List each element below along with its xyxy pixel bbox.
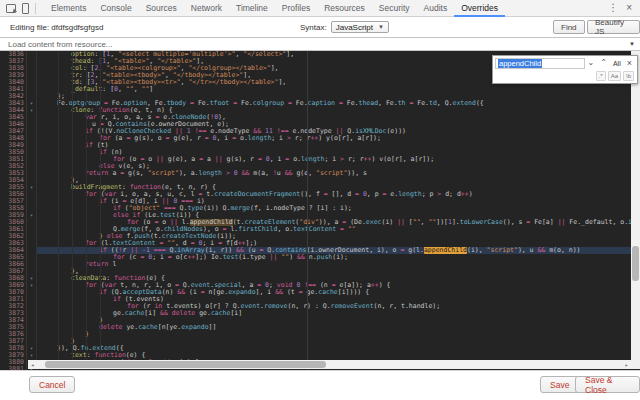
- code-line-3861[interactable]: 3861Q.merge(f, o.childNodes), o = l.firs…: [0, 226, 640, 233]
- syntax-label: Syntax:: [300, 23, 327, 32]
- code-line-3871[interactable]: 3871if (t.events): [0, 296, 640, 303]
- horizontal-scrollbar[interactable]: ◂ ▸: [28, 360, 631, 369]
- code-line-3852[interactable]: 3852else v(e, s);: [0, 163, 640, 170]
- fold-gutter: [27, 121, 37, 128]
- fold-gutter: [27, 261, 37, 268]
- code-line-3859[interactable]: 3859▾else if (Le.test(i)) {: [0, 212, 640, 219]
- scroll-left-arrow-icon[interactable]: ◂: [28, 360, 37, 369]
- code-line-3845[interactable]: 3845var r, i, o, a, s = e.cloneNode(!0),: [0, 114, 640, 121]
- code-line-3843[interactable]: 3843▾Fe.optgroup = Fe.option, Fe.tbody =…: [0, 100, 640, 107]
- search-all-button[interactable]: All: [610, 60, 624, 67]
- match-case-toggle[interactable]: Aa: [608, 71, 621, 81]
- fold-marker-icon[interactable]: ▾: [27, 345, 37, 352]
- code-line-3846[interactable]: 3846u = Q.contains(e.ownerDocument, e);: [0, 121, 640, 128]
- fold-marker-icon[interactable]: ▾: [27, 275, 37, 282]
- fold-gutter: [27, 142, 37, 149]
- load-resource-select[interactable]: Load content from resource... ▼: [0, 37, 640, 51]
- footer-bar: Cancel Save Save & Close: [0, 370, 640, 400]
- fold-marker-icon[interactable]: ▾: [27, 100, 37, 107]
- horizontal-scrollbar-thumb[interactable]: [45, 361, 326, 368]
- code-line-3856[interactable]: 3856for (var i, o, a, s, u, c, l = t.cre…: [0, 191, 640, 198]
- code-line-3870[interactable]: 3870if (Q.acceptData(n) && (i = n[ge.exp…: [0, 289, 640, 296]
- search-input[interactable]: appendChild: [495, 58, 585, 69]
- search-next-icon[interactable]: ⌄: [585, 57, 598, 69]
- code-line-3863[interactable]: 3863for (l.textContent = "", d = 0; i = …: [0, 240, 640, 247]
- code-line-3855[interactable]: 3855▾buildFragment: function(e, t, n, r)…: [0, 184, 640, 191]
- vertical-scrollbar[interactable]: [631, 51, 640, 360]
- code-line-3849[interactable]: 3849if (t): [0, 142, 640, 149]
- code-line-3857[interactable]: 3857if (i = e[d], i || 0 === i): [0, 198, 640, 205]
- fold-marker-icon[interactable]: ▾: [27, 282, 37, 289]
- search-previous-icon[interactable]: ⌃: [597, 57, 610, 69]
- code-line-3841[interactable]: 3841_default: [0, "", ""]: [0, 86, 640, 93]
- fold-gutter: [27, 254, 37, 261]
- code-line-3865[interactable]: 3865for (c = 0; i = o[c++];) Ie.test(i.t…: [0, 254, 640, 261]
- code-line-3858[interactable]: 3858if ("object" === Q.type(i)) Q.merge(…: [0, 205, 640, 212]
- code-line-3864[interactable]: 3864if ((!r || -1 === Q.inArray(i, r)) &…: [0, 247, 640, 254]
- fold-marker-icon[interactable]: ▾: [27, 352, 37, 359]
- code-line-3868[interactable]: 3868▾cleanData: function(e) {: [0, 275, 640, 282]
- code-line-3878[interactable]: 3878▾}), Q.fn.extend({: [0, 345, 640, 352]
- code-line-3872[interactable]: 3872for (r in t.events) o[r] ? Q.event.r…: [0, 303, 640, 310]
- code-line-3879[interactable]: 3879▾text: function(e) {: [0, 352, 640, 359]
- code-line-3867[interactable]: 3867},: [0, 268, 640, 275]
- code-line-3873[interactable]: 3873ge.cache[i] && delete ge.cache[i]: [0, 310, 640, 317]
- syntax-select[interactable]: JavaScript ▼: [331, 21, 389, 33]
- tab-elements[interactable]: Elements: [44, 0, 93, 17]
- fold-gutter: [27, 135, 37, 142]
- tab-audits[interactable]: Audits: [417, 0, 455, 17]
- fold-marker-icon[interactable]: ▾: [27, 184, 37, 191]
- code-line-3847[interactable]: 3847if (!(V.noCloneChecked || 1 !== e.no…: [0, 128, 640, 135]
- code-line-3869[interactable]: 3869▾for (var t, n, r, i, o = Q.event.sp…: [0, 282, 640, 289]
- code-line-3848[interactable]: 3848for (a = g(s), o = g(e), r = 0, i = …: [0, 135, 640, 142]
- code-line-3851[interactable]: 3851for (o = o || g(e), a = a || g(s), r…: [0, 156, 640, 163]
- tab-network[interactable]: Network: [184, 0, 229, 17]
- tab-resources[interactable]: Resources: [317, 0, 372, 17]
- tab-security[interactable]: Security: [372, 0, 417, 17]
- fold-gutter: [27, 233, 37, 240]
- horizontal-scrollbar-track[interactable]: [37, 360, 622, 369]
- fold-marker-icon[interactable]: ▾: [27, 212, 37, 219]
- code-line-3875[interactable]: 3875delete ye.cache[n[ye.expando]]: [0, 324, 640, 331]
- code-text: for (a = g(s), o = g(e), r = 0, i = o.le…: [37, 135, 640, 142]
- code-line-3877[interactable]: 3877}: [0, 338, 640, 345]
- code-line-3866[interactable]: 3866return l: [0, 261, 640, 268]
- scroll-right-arrow-icon[interactable]: ▸: [622, 360, 631, 369]
- code-line-3844[interactable]: 3844▾clone: function(e, t, n) {: [0, 107, 640, 114]
- fold-marker-icon[interactable]: ▾: [27, 107, 37, 114]
- search-close-icon[interactable]: ×: [624, 58, 635, 68]
- beautify-js-button[interactable]: Beautify JS: [587, 20, 640, 34]
- save-button[interactable]: Save: [540, 376, 579, 393]
- code-text: text: function(e) {: [37, 352, 640, 359]
- tab-console[interactable]: Console: [93, 0, 138, 17]
- regex-toggle[interactable]: .*: [596, 71, 606, 81]
- fold-gutter: [27, 268, 37, 275]
- more-menu-icon[interactable]: ⋮: [608, 0, 618, 16]
- inspect-element-icon[interactable]: [6, 4, 16, 13]
- whole-word-toggle[interactable]: \b: [623, 71, 634, 81]
- code-line-3876[interactable]: 3876}: [0, 331, 640, 338]
- code-line-3842[interactable]: 3842};: [0, 93, 640, 100]
- code-line-3854[interactable]: 3854},: [0, 177, 640, 184]
- code-line-3853[interactable]: 3853return a = g(s, "script"), a.length …: [0, 170, 640, 177]
- code-text: for (var i, o, a, s, u, c, l = t.createD…: [37, 191, 640, 198]
- code-line-3874[interactable]: 3874}: [0, 317, 640, 324]
- tab-profiles[interactable]: Profiles: [275, 0, 317, 17]
- search-query-selected-text: appendChild: [498, 59, 542, 68]
- close-devtools-icon[interactable]: ×: [626, 0, 632, 16]
- vertical-scrollbar-thumb[interactable]: [632, 246, 639, 281]
- fold-gutter: [27, 317, 37, 324]
- code-editor[interactable]: 3836option: [1, "<select multiple='multi…: [0, 51, 640, 370]
- device-toolbar-icon[interactable]: [22, 3, 29, 14]
- find-button[interactable]: Find: [553, 20, 585, 34]
- cancel-button[interactable]: Cancel: [29, 376, 75, 393]
- tab-sources[interactable]: Sources: [139, 0, 184, 17]
- fold-gutter: [27, 310, 37, 317]
- code-line-3862[interactable]: 3862} else f.push(t.createTextNode(i));: [0, 233, 640, 240]
- code-line-3860[interactable]: 3860for (o = o || l.appendChild(t.create…: [0, 219, 640, 226]
- tab-timeline[interactable]: Timeline: [229, 0, 275, 17]
- tab-overrides[interactable]: Overrides: [454, 0, 505, 17]
- fold-gutter: [27, 198, 37, 205]
- save-and-close-button[interactable]: Save & Close: [575, 376, 640, 393]
- code-line-3850[interactable]: 3850if (n): [0, 149, 640, 156]
